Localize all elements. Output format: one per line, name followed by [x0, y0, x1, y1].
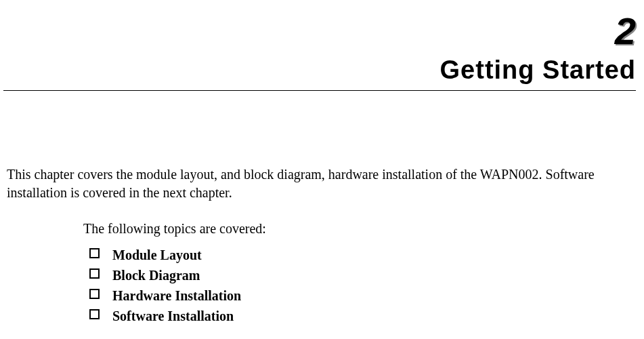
- checkbox-icon: [89, 309, 100, 319]
- checkbox-icon: [89, 248, 100, 258]
- page-container: 2 Getting Started This chapter covers th…: [0, 0, 644, 326]
- topics-intro: The following topics are covered:: [83, 221, 636, 237]
- list-item: Block Diagram: [89, 265, 636, 285]
- checkbox-icon: [89, 268, 100, 279]
- list-item-label: Block Diagram: [112, 268, 200, 283]
- list-item-label: Module Layout: [112, 247, 202, 262]
- checkbox-icon: [89, 289, 100, 299]
- list-item-label: Hardware Installation: [112, 288, 241, 303]
- chapter-title: Getting Started: [3, 56, 636, 85]
- list-item: Software Installation: [89, 306, 636, 326]
- topics-list: Module Layout Block Diagram Hardware Ins…: [89, 245, 636, 326]
- list-item: Hardware Installation: [89, 285, 636, 306]
- list-item: Module Layout: [89, 245, 636, 265]
- chapter-number: 2: [3, 12, 636, 50]
- intro-paragraph: This chapter covers the module layout, a…: [3, 165, 636, 202]
- chapter-header: 2 Getting Started: [3, 12, 636, 91]
- list-item-label: Software Installation: [112, 308, 234, 323]
